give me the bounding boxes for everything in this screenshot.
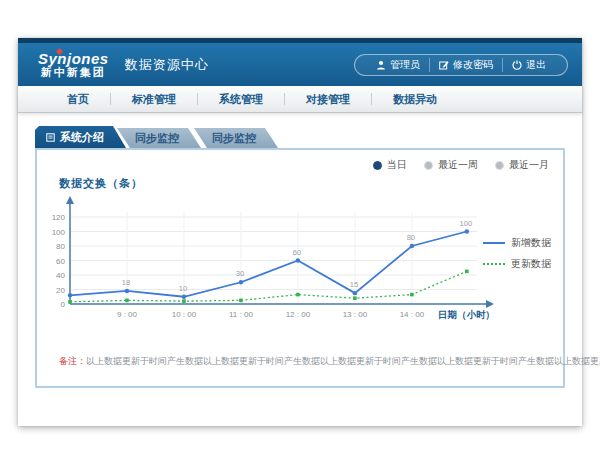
legend-swatch-new-data <box>483 242 505 244</box>
radio-last-month[interactable]: 最近一月 <box>495 158 549 172</box>
legend-label-updated-data: 更新数据 <box>511 257 551 271</box>
svg-text:11 : 00: 11 : 00 <box>229 310 253 319</box>
tab-sync-monitor-1-label: 同步监控 <box>135 131 179 146</box>
radio-dot-icon <box>495 161 504 170</box>
nav-item-interface-mgmt[interactable]: 对接管理 <box>285 92 371 107</box>
svg-text:80: 80 <box>407 233 415 242</box>
y-axis-title: 数据交换（条） <box>59 176 143 191</box>
nav-item-standard-mgmt[interactable]: 标准管理 <box>111 92 197 107</box>
tab-system-intro[interactable]: 系统介绍 <box>35 126 126 148</box>
radio-last-week[interactable]: 最近一周 <box>424 158 478 172</box>
time-range-filter: 当日 最近一周 最近一月 <box>373 158 549 172</box>
svg-text:12 : 00: 12 : 00 <box>286 310 311 319</box>
radio-dot-icon <box>373 161 382 170</box>
edit-icon <box>439 60 449 70</box>
svg-text:18: 18 <box>122 278 130 287</box>
user-icon <box>376 60 386 70</box>
tab-sync-monitor-2-label: 同步监控 <box>212 131 256 146</box>
svg-text:日期（小时）: 日期（小时） <box>438 309 495 321</box>
svg-text:100: 100 <box>52 228 66 237</box>
page-title: 数据资源中心 <box>125 56 209 74</box>
svg-text:0: 0 <box>61 300 66 309</box>
radio-dot-icon <box>424 161 433 170</box>
line-chart: 0204060801001209 : 0010 : 0011 : 0012 : … <box>37 192 497 332</box>
svg-text:10 : 00: 10 : 00 <box>172 310 197 319</box>
radio-last-week-label: 最近一周 <box>438 158 478 172</box>
footnote-prefix: 备注： <box>59 356 86 366</box>
svg-text:13 : 00: 13 : 00 <box>343 310 368 319</box>
tab-system-intro-label: 系统介绍 <box>60 130 104 145</box>
main-nav: 首页 标准管理 系统管理 对接管理 数据异动 <box>18 86 582 113</box>
user-menu-change-password[interactable]: 修改密码 <box>429 58 502 72</box>
svg-text:9 : 00: 9 : 00 <box>117 310 138 319</box>
svg-text:30: 30 <box>236 269 244 278</box>
nav-item-home[interactable]: 首页 <box>46 92 110 107</box>
svg-text:120: 120 <box>52 213 66 222</box>
document-icon <box>46 133 55 142</box>
company-logo: Synjones 新中新集团 <box>38 51 109 78</box>
radio-today-label: 当日 <box>387 158 407 172</box>
user-menu-logout-label: 退出 <box>526 58 546 72</box>
svg-text:10: 10 <box>179 284 187 293</box>
chart-panel: 当日 最近一周 最近一月 数据交换（条） 0204060801001209 : … <box>35 148 565 388</box>
header-bar: Synjones 新中新集团 数据资源中心 管理员 修改密码 退出 <box>18 43 582 86</box>
svg-text:15: 15 <box>350 280 358 289</box>
logo-text-cn: 新中新集团 <box>38 67 109 79</box>
tab-bar: 系统介绍 同步监控 同步监控 <box>35 126 565 148</box>
chart-area: 0204060801001209 : 0010 : 0011 : 0012 : … <box>37 192 497 332</box>
svg-text:60: 60 <box>56 257 65 266</box>
user-menu-admin-label: 管理员 <box>390 58 420 72</box>
svg-text:14 : 00: 14 : 00 <box>400 310 425 319</box>
legend-swatch-updated-data <box>483 263 505 265</box>
svg-text:100: 100 <box>460 219 473 228</box>
user-menu: 管理员 修改密码 退出 <box>354 54 568 76</box>
chart-legend: 新增数据 更新数据 <box>483 236 551 271</box>
user-menu-admin[interactable]: 管理员 <box>367 58 429 72</box>
radio-last-month-label: 最近一月 <box>509 158 549 172</box>
user-menu-change-password-label: 修改密码 <box>453 58 493 72</box>
svg-text:60: 60 <box>293 248 301 257</box>
svg-text:20: 20 <box>56 286 65 295</box>
tab-sync-monitor-1[interactable]: 同步监控 <box>117 128 201 148</box>
footnote-text: 以上数据更新于时间产生数据以上数据更新于时间产生数据以上数据更新于时间产生数据以… <box>86 356 600 366</box>
footnote: 备注：以上数据更新于时间产生数据以上数据更新于时间产生数据以上数据更新于时间产生… <box>59 355 600 368</box>
legend-item-new-data: 新增数据 <box>483 236 551 250</box>
user-menu-logout[interactable]: 退出 <box>502 58 555 72</box>
svg-text:40: 40 <box>56 271 65 280</box>
app-window: Synjones 新中新集团 数据资源中心 管理员 修改密码 退出 <box>18 38 582 426</box>
content-area: 系统介绍 同步监控 同步监控 当日 最近一周 <box>18 113 582 426</box>
tab-sync-monitor-2[interactable]: 同步监控 <box>194 128 278 148</box>
power-icon <box>512 60 522 70</box>
legend-label-new-data: 新增数据 <box>511 236 551 250</box>
nav-item-data-change[interactable]: 数据异动 <box>372 92 458 107</box>
legend-item-updated-data: 更新数据 <box>483 257 551 271</box>
svg-text:80: 80 <box>56 242 65 251</box>
logo-text-en: Synjones <box>38 51 109 67</box>
nav-item-system-mgmt[interactable]: 系统管理 <box>198 92 284 107</box>
radio-today[interactable]: 当日 <box>373 158 407 172</box>
